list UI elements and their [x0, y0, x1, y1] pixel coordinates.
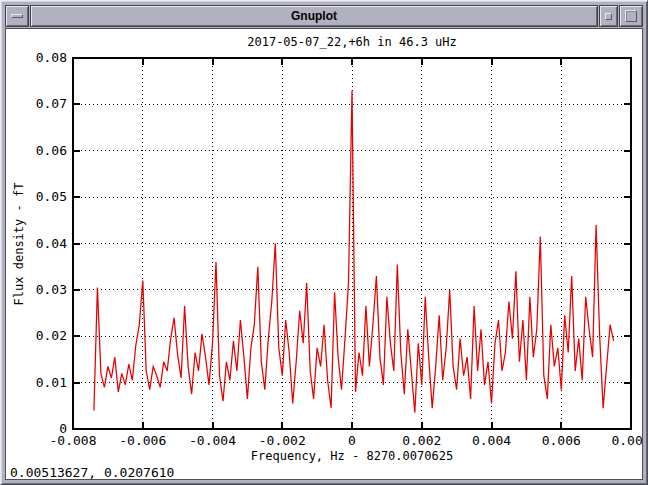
- window-title: Gnuplot: [30, 5, 598, 27]
- y-tick-label: 0.04: [6, 236, 67, 251]
- x-tick-label: 0.004: [472, 433, 511, 448]
- x-tick-label: 0: [348, 433, 356, 448]
- plot-client-area: 2017-05-07_22,+6h in 46.3 uHz Flux densi…: [5, 28, 643, 480]
- window-menu-button[interactable]: [5, 5, 29, 27]
- gnuplot-window: Gnuplot 2017-05-07_22,+6h in 46.3 uHz Fl…: [0, 0, 648, 485]
- x-tick-label: -0.004: [189, 433, 236, 448]
- x-tick-label: 0.006: [542, 433, 581, 448]
- mouse-coordinates-readout: 0.00513627, 0.0207610: [10, 465, 174, 480]
- y-tick-label: 0.01: [6, 375, 67, 390]
- x-tick-label: 0.008: [611, 433, 643, 448]
- y-tick-label: 0.07: [6, 96, 67, 111]
- minimize-icon: [605, 13, 612, 20]
- plot-canvas[interactable]: [6, 29, 643, 478]
- y-tick-label: 0: [6, 421, 67, 436]
- y-tick-label: 0.03: [6, 282, 67, 297]
- y-tick-label: 0.05: [6, 189, 67, 204]
- maximize-icon: [625, 10, 637, 22]
- x-axis-label: Frequency, Hz - 8270.0070625: [73, 449, 631, 463]
- x-tick-label: 0.002: [402, 433, 441, 448]
- x-tick-label: -0.002: [259, 433, 306, 448]
- y-tick-label: 0.06: [6, 143, 67, 158]
- window-frame: Gnuplot 2017-05-07_22,+6h in 46.3 uHz Fl…: [0, 0, 648, 485]
- chart-title: 2017-05-07_22,+6h in 46.3 uHz: [73, 35, 631, 49]
- y-tick-label: 0.02: [6, 328, 67, 343]
- x-tick-label: -0.006: [119, 433, 166, 448]
- window-menu-icon: [11, 14, 23, 18]
- titlebar[interactable]: Gnuplot: [5, 5, 643, 27]
- data-series-line: [94, 91, 614, 413]
- maximize-button[interactable]: [619, 5, 643, 27]
- y-tick-label: 0.08: [6, 50, 67, 65]
- minimize-button[interactable]: [599, 5, 618, 27]
